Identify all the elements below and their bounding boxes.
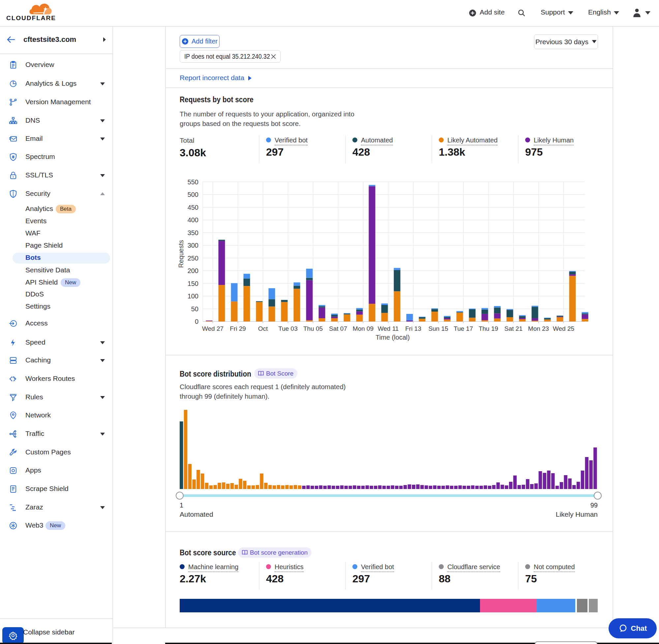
- svg-text:Requests: Requests: [178, 240, 185, 268]
- svg-text:Tue 17: Tue 17: [454, 325, 473, 332]
- svg-text:500: 500: [188, 191, 198, 198]
- svg-text:Oct: Oct: [258, 325, 268, 332]
- svg-text:Wed 27: Wed 27: [202, 325, 223, 332]
- svg-text:Thu 19: Thu 19: [479, 325, 498, 332]
- svg-text:Wed 11: Wed 11: [378, 325, 399, 332]
- svg-text:Time (local): Time (local): [376, 334, 410, 341]
- svg-text:300: 300: [188, 242, 198, 249]
- svg-text:Sat 07: Sat 07: [329, 325, 347, 332]
- svg-text:250: 250: [188, 255, 198, 262]
- svg-text:550: 550: [188, 178, 198, 186]
- svg-text:Sat 21: Sat 21: [504, 325, 522, 332]
- svg-text:Mon 23: Mon 23: [528, 325, 549, 332]
- svg-text:150: 150: [188, 280, 198, 287]
- svg-text:Wed 25: Wed 25: [553, 325, 574, 332]
- svg-text:Fri 13: Fri 13: [405, 325, 421, 332]
- svg-text:450: 450: [188, 204, 198, 211]
- svg-text:50: 50: [191, 305, 198, 313]
- svg-text:100: 100: [188, 293, 198, 300]
- svg-text:Mon 09: Mon 09: [353, 325, 374, 332]
- svg-text:400: 400: [188, 216, 198, 224]
- svg-text:Thu 05: Thu 05: [303, 325, 323, 332]
- svg-text:Tue 03: Tue 03: [278, 325, 297, 332]
- svg-text:350: 350: [188, 229, 198, 236]
- svg-text:0: 0: [195, 318, 198, 325]
- svg-text:Fri 29: Fri 29: [230, 325, 246, 332]
- svg-text:200: 200: [188, 267, 198, 274]
- svg-text:Sun 15: Sun 15: [428, 325, 448, 332]
